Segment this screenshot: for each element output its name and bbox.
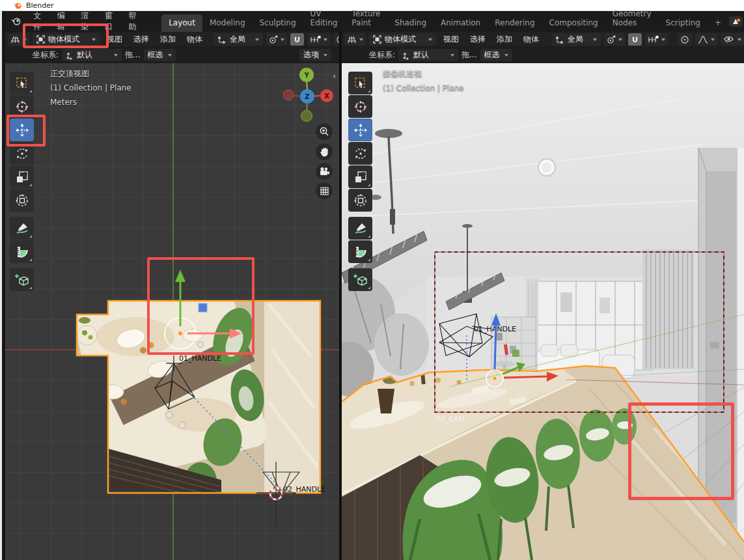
tool-rotate-button[interactable] <box>348 142 372 165</box>
window-edge <box>0 11 5 560</box>
select-menu-right[interactable]: 选择 <box>466 33 489 46</box>
orientation-label: 全局 <box>230 34 245 45</box>
snap-toggle[interactable] <box>290 33 304 46</box>
snap-increment-icon <box>648 35 659 44</box>
navigation-gizmo[interactable]: Y X Z <box>283 66 335 126</box>
pan-view-button[interactable] <box>316 143 333 160</box>
right-tool-settings: 坐标系: 默认 拖... 框选 <box>342 48 744 63</box>
tab-modeling[interactable]: Modeling <box>202 14 253 32</box>
top-view-scene: 01_HANDLE <box>5 63 339 560</box>
orientation-icon <box>217 35 227 44</box>
add-menu-right[interactable]: 添加 <box>493 33 516 46</box>
pivot-dropdown[interactable] <box>266 33 287 46</box>
transform-icon <box>15 193 29 208</box>
sidebar-collapse-arrow[interactable]: ‹ <box>333 71 336 81</box>
select-box-dropdown[interactable]: 框选 <box>144 49 176 61</box>
gizmo-axis-x-neg[interactable] <box>283 90 294 100</box>
zoom-view-button[interactable] <box>316 123 333 140</box>
tool-move-button[interactable] <box>348 119 372 141</box>
scale-icon <box>354 171 367 184</box>
transform-icon <box>353 193 368 208</box>
tab-rendering[interactable]: Rendering <box>488 14 542 32</box>
tool-transform-button[interactable] <box>348 189 372 212</box>
view-menu[interactable]: 视图 <box>103 33 126 46</box>
blender-logo-icon[interactable] <box>10 16 21 27</box>
tool-add-cube-button[interactable] <box>348 268 372 291</box>
measure-icon <box>15 245 29 259</box>
tool-measure-button[interactable] <box>348 240 372 263</box>
handle2-label: 02_HANDLE <box>283 485 325 494</box>
tab-animation[interactable]: Animation <box>434 14 488 32</box>
orientation-label: 全局 <box>568 34 583 45</box>
orientation-icon <box>555 35 564 44</box>
tab-shading[interactable]: Shading <box>387 14 434 32</box>
gizmo-plane-handle[interactable] <box>199 303 207 312</box>
tool-scale-button[interactable] <box>10 165 34 188</box>
pivot-dropdown-right[interactable] <box>604 33 625 46</box>
coord-axis-icon <box>66 51 74 60</box>
pivot-icon <box>607 35 616 44</box>
tool-measure-button[interactable] <box>10 240 34 263</box>
coord-system-dropdown-right[interactable]: 默认 <box>398 49 458 61</box>
menu-render[interactable]: 渲染 <box>76 8 100 35</box>
tool-cursor-button[interactable] <box>10 95 34 118</box>
gizmo-axis-y-neg[interactable] <box>301 111 312 122</box>
camera-view-scene: 01_HANDLE 02_CAM <box>342 63 744 560</box>
mode-dropdown[interactable]: 物体模式 <box>33 33 100 46</box>
viewport-3d-camera[interactable]: 01_HANDLE 02_CAM 摄像机透 <box>342 63 744 560</box>
tab-scripting[interactable]: Scripting <box>659 14 708 32</box>
tool-select-box-button[interactable] <box>10 72 34 94</box>
tool-rotate-button[interactable] <box>10 142 34 165</box>
gizmo-plane-handle-y[interactable] <box>512 350 519 357</box>
tool-annotate-button[interactable] <box>10 217 34 240</box>
select-box-dropdown-right[interactable]: 框选 <box>480 49 512 61</box>
snap-toggle-right[interactable] <box>628 33 642 46</box>
viewport-3d-top[interactable]: 01_HANDLE <box>5 63 339 560</box>
orientation-dropdown-right[interactable]: 全局 <box>551 33 601 46</box>
snap-target-dropdown-right[interactable] <box>645 33 668 46</box>
tool-cursor-button[interactable] <box>348 95 372 118</box>
gizmo-x-arrow[interactable] <box>504 376 549 378</box>
tab-sculpting[interactable]: Sculpting <box>253 14 303 32</box>
cursor-tool-icon <box>15 100 29 114</box>
menu-edit[interactable]: 编辑 <box>52 8 76 35</box>
tool-annotate-button[interactable] <box>348 217 372 240</box>
tool-transform-button[interactable] <box>10 189 34 212</box>
editor-type-dropdown[interactable] <box>8 33 29 46</box>
tool-add-cube-button[interactable] <box>10 268 34 291</box>
options-dropdown[interactable]: 选项 <box>299 49 331 61</box>
tab-layout[interactable]: Layout <box>161 14 202 32</box>
gizmo-z-arrow[interactable] <box>495 324 496 370</box>
visibility-dropdown-right[interactable] <box>721 33 744 46</box>
add-menu[interactable]: 添加 <box>156 33 180 46</box>
view-menu-right[interactable]: 视图 <box>439 33 463 46</box>
tab-geometry-nodes[interactable]: Geometry Nodes <box>605 5 659 32</box>
move-icon <box>15 123 29 137</box>
editor-type-dropdown-right[interactable] <box>344 33 366 46</box>
falloff-dropdown-right[interactable] <box>695 33 717 46</box>
tool-scale-button[interactable] <box>348 165 372 188</box>
snap-target-dropdown[interactable] <box>307 33 330 46</box>
coord-system-dropdown[interactable]: 默认 <box>62 49 122 61</box>
menu-help[interactable]: 帮助 <box>124 8 148 35</box>
menu-window[interactable]: 窗口 <box>100 8 124 35</box>
camera-view-button[interactable] <box>316 163 333 180</box>
menu-file[interactable]: 文件 <box>28 8 52 35</box>
tool-select-box-button[interactable] <box>348 72 372 94</box>
object-menu[interactable]: 物体 <box>183 33 206 46</box>
ortho-toggle-button[interactable] <box>316 182 333 199</box>
mode-dropdown-right[interactable]: 物体模式 <box>369 33 436 46</box>
tool-move-button[interactable] <box>10 119 34 141</box>
tab-compositing[interactable]: Compositing <box>542 14 605 32</box>
proportional-edit-toggle-right[interactable] <box>678 33 692 46</box>
orientation-dropdown[interactable]: 全局 <box>214 33 263 46</box>
object-menu-right[interactable]: 物体 <box>519 33 543 46</box>
measure-icon <box>353 245 368 259</box>
proportional-edit-toggle[interactable] <box>333 33 339 46</box>
tab-add-workspace[interactable]: + <box>708 14 728 32</box>
scene-selector[interactable] <box>728 16 743 27</box>
annotate-icon <box>353 221 368 236</box>
select-menu[interactable]: 选择 <box>130 33 153 46</box>
tab-uv-editing[interactable]: UV Editing <box>303 5 345 32</box>
tab-texture-paint[interactable]: Texture Paint <box>344 5 387 32</box>
